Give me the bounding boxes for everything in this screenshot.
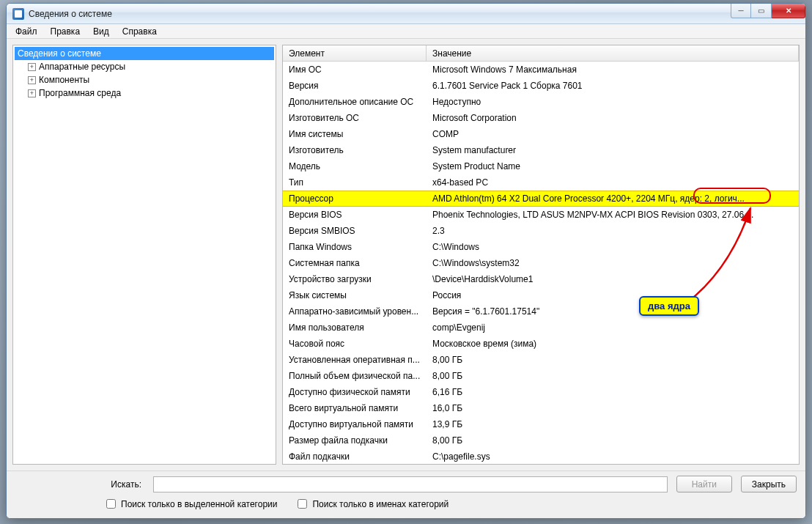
cell-element: Изготовитель [283,145,427,155]
cell-element: Аппаратно-зависимый уровен... [283,306,427,317]
tree-item-software[interactable]: + Программная среда [15,86,274,100]
table-row[interactable]: Файл подкачкиC:\pagefile.sys [283,449,799,464]
table-row[interactable]: Папка WindowsC:\Windows [283,239,799,255]
menu-help[interactable]: Справка [117,25,163,38]
cell-value: AMD Athlon(tm) 64 X2 Dual Core Processor… [427,193,799,204]
table-row[interactable]: Дополнительное описание ОСНедоступно [283,94,799,110]
content-area: Сведения о системе + Аппаратные ресурсы … [7,39,805,471]
cell-element: Доступно физической памяти [283,387,427,397]
cell-value: Phoenix Technologies, LTD ASUS M2NPV-MX … [427,210,799,220]
cell-element: Полный объем физической па... [283,371,427,381]
table-row[interactable]: МодельSystem Product Name [283,158,799,174]
cell-element: Модель [283,161,427,171]
table-row[interactable]: ПроцессорAMD Athlon(tm) 64 X2 Dual Core … [283,191,799,207]
cell-value: 8,00 ГБ [427,435,799,446]
checkbox-category-names[interactable] [298,499,307,509]
list-header: Элемент Значение [283,45,799,62]
table-row[interactable]: Язык системыРоссия [283,287,799,303]
table-row[interactable]: ИзготовительSystem manufacturer [283,142,799,158]
table-row[interactable]: Часовой поясМосковское время (зима) [283,336,799,352]
cell-value: 8,00 ГБ [427,371,799,381]
cell-value: C:\Windows\system32 [427,258,799,268]
check-label: Поиск только в выделенной категории [121,499,277,509]
cell-element: Папка Windows [283,242,427,252]
column-value[interactable]: Значение [427,45,799,61]
check-category-names[interactable]: Поиск только в именах категорий [295,497,449,511]
list-body[interactable]: Имя ОСMicrosoft Windows 7 МаксимальнаяВе… [283,62,799,464]
table-row[interactable]: Имя системыCOMP [283,126,799,142]
tree-root-label: Сведения о системе [18,48,101,59]
check-selected-category[interactable]: Поиск только в выделенной категории [103,497,277,511]
menubar: Файл Правка Вид Справка [7,24,805,39]
cell-value: 16,0 ГБ [427,403,799,413]
search-input[interactable] [153,476,668,492]
maximize-button[interactable]: ▭ [751,4,772,18]
expand-icon[interactable]: + [28,76,36,84]
table-row[interactable]: Имя пользователяcomp\Evgenij [283,320,799,336]
cell-element: Доступно виртуальной памяти [283,419,427,429]
table-row[interactable]: Доступно виртуальной памяти13,9 ГБ [283,416,799,432]
table-row[interactable]: Имя ОСMicrosoft Windows 7 Максимальная [283,62,799,78]
cell-element: Версия [283,81,427,91]
expand-icon[interactable]: + [28,89,36,97]
cell-value: \Device\HarddiskVolume1 [427,274,799,284]
check-label: Поиск только в именах категорий [312,499,449,509]
expand-icon[interactable]: + [28,63,36,71]
close-button[interactable]: ✕ [772,4,805,18]
cell-element: Всего виртуальной памяти [283,403,427,413]
table-row[interactable]: Версия6.1.7601 Service Pack 1 Сборка 760… [283,78,799,94]
window-title: Сведения о системе [29,9,112,19]
cell-value: System Product Name [427,161,799,171]
cell-element: Имя системы [283,129,427,139]
table-row[interactable]: Размер файла подкачки8,00 ГБ [283,432,799,449]
table-row[interactable]: Всего виртуальной памяти16,0 ГБ [283,400,799,416]
cell-element: Версия BIOS [283,210,427,220]
menu-view[interactable]: Вид [87,25,115,38]
tree-root[interactable]: Сведения о системе [15,47,274,60]
table-row[interactable]: Доступно физической памяти6,16 ГБ [283,384,799,400]
minimize-button[interactable]: ─ [731,4,751,18]
cell-element: Системная папка [283,258,427,268]
column-element[interactable]: Элемент [283,45,427,61]
system-info-window: Сведения о системе ─ ▭ ✕ Файл Правка Вид… [6,3,806,519]
table-row[interactable]: Изготовитель ОСMicrosoft Corporation [283,110,799,126]
cell-value: C:\pagefile.sys [427,451,799,462]
cell-element: Часовой пояс [283,339,427,349]
cell-element: Устройство загрузки [283,274,427,284]
search-row: Искать: Найти Закрыть [15,476,797,492]
cell-element: Файл подкачки [283,451,427,462]
tree-item-label: Компоненты [39,75,89,85]
cell-value: Россия [427,290,799,300]
cell-element: Имя пользователя [283,322,427,333]
find-button[interactable]: Найти [676,476,732,492]
table-row[interactable]: Версия SMBIOS2.3 [283,223,799,239]
cell-element: Язык системы [283,290,427,300]
table-row[interactable]: Версия BIOSPhoenix Technologies, LTD ASU… [283,207,799,223]
cell-value: Московское время (зима) [427,339,799,349]
table-row[interactable]: Типx64-based PC [283,174,799,191]
tree-item-hardware[interactable]: + Аппаратные ресурсы [15,60,274,73]
checkbox-selected-category[interactable] [106,499,116,509]
table-row[interactable]: Установленная оперативная п...8,00 ГБ [283,352,799,368]
titlebar[interactable]: Сведения о системе ─ ▭ ✕ [7,4,805,24]
table-row[interactable]: Аппаратно-зависимый уровен...Версия = "6… [283,303,799,320]
table-row[interactable]: Устройство загрузки\Device\HarddiskVolum… [283,271,799,287]
cell-element: Установленная оперативная п... [283,355,427,365]
tree-item-label: Аппаратные ресурсы [39,62,125,72]
cell-element: Имя ОС [283,64,427,75]
cell-value: 6,16 ГБ [427,387,799,397]
table-row[interactable]: Полный объем физической па...8,00 ГБ [283,368,799,384]
cell-element: Дополнительное описание ОС [283,97,427,107]
details-list: Элемент Значение Имя ОСMicrosoft Windows… [282,45,800,465]
cell-value: x64-based PC [427,177,799,188]
cell-value: C:\Windows [427,242,799,252]
category-tree[interactable]: Сведения о системе + Аппаратные ресурсы … [12,45,276,465]
table-row[interactable]: Системная папкаC:\Windows\system32 [283,255,799,271]
menu-edit[interactable]: Правка [45,25,86,38]
close-button-footer[interactable]: Закрыть [741,476,797,492]
menu-file[interactable]: Файл [10,25,43,38]
tree-item-components[interactable]: + Компоненты [15,73,274,86]
cell-value: COMP [427,129,799,139]
window-controls: ─ ▭ ✕ [731,4,805,18]
cell-value: Версия = "6.1.7601.17514" [427,306,799,317]
